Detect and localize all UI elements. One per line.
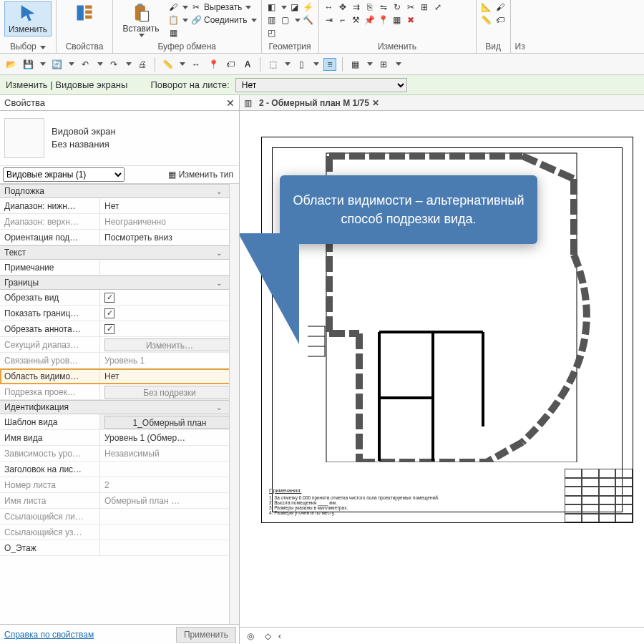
- spot-icon[interactable]: 📍: [207, 58, 220, 71]
- group-underlay[interactable]: Подложка⌄: [0, 184, 239, 198]
- paste-icon: [131, 3, 151, 23]
- prop-cutrange: Секущий диапаз…: [0, 337, 100, 352]
- prop-note: Примечание: [0, 260, 100, 275]
- brush-icon[interactable]: ▦: [167, 27, 179, 39]
- trim-icon[interactable]: ✂: [405, 1, 416, 13]
- chevron-down-icon: [40, 46, 46, 49]
- split-icon[interactable]: ⚡: [303, 1, 314, 13]
- group-label-select: Выбор: [10, 42, 36, 52]
- steering-wheel-icon[interactable]: ◎: [244, 630, 257, 643]
- join-icon[interactable]: 🔗: [190, 14, 202, 26]
- copy-icon[interactable]: 📋: [167, 14, 179, 26]
- mirror-icon[interactable]: ⇋: [378, 1, 389, 13]
- move-icon[interactable]: ✥: [337, 1, 348, 13]
- align-dim-icon[interactable]: ↔: [190, 58, 203, 71]
- text-icon[interactable]: A: [241, 58, 254, 71]
- properties-icon: [74, 3, 94, 23]
- tab-close-icon[interactable]: ✕: [372, 98, 379, 108]
- copy-icon2[interactable]: ⎘: [364, 1, 376, 13]
- view-tabs: ▥ 2 - Обмерный план М 1/75 ✕: [240, 95, 644, 111]
- thin-lines-icon[interactable]: ≡: [323, 58, 336, 71]
- offset-icon[interactable]: ⇉: [351, 1, 362, 13]
- 3d-icon[interactable]: ⬚: [266, 58, 279, 71]
- ribbon-group-geometry: ◧ ◪ ⚡ ▥ ▢ 🔨 ◰ Геометрия: [262, 0, 319, 53]
- pin-icon[interactable]: 📌: [364, 14, 376, 26]
- cut-icon[interactable]: ✂: [190, 1, 202, 13]
- delete-icon[interactable]: ✖: [405, 14, 416, 26]
- split2-icon[interactable]: ⚒: [351, 14, 362, 26]
- corner-icon[interactable]: ⌐: [337, 14, 348, 26]
- ribbon-group-view: 📐 🖌 📏 🏷 Вид: [477, 0, 511, 53]
- sync-icon[interactable]: 🔄: [50, 58, 63, 71]
- filter-select[interactable]: Видовые экраны (1): [3, 167, 125, 182]
- close-hidden-icon[interactable]: ▦: [348, 58, 361, 71]
- type-preview: [4, 118, 44, 158]
- rotate-icon[interactable]: ↻: [391, 1, 403, 13]
- print-icon[interactable]: 🖨: [136, 58, 149, 71]
- crop-checkbox[interactable]: ✓: [104, 293, 114, 303]
- scrollbar[interactable]: [229, 184, 239, 624]
- measure2-icon[interactable]: 📏: [161, 58, 174, 71]
- template-button[interactable]: 1_Обмерный план: [104, 416, 235, 429]
- group-label-modify: Изменить: [323, 40, 472, 53]
- redo-icon[interactable]: ↷: [107, 58, 120, 71]
- paste-button[interactable]: Вставить: [117, 1, 165, 39]
- rotation-label: Поворот на листе:: [150, 79, 229, 90]
- chevron-down-icon: [182, 6, 188, 9]
- switch-windows-icon[interactable]: ⊞: [377, 58, 390, 71]
- svg-rect-5: [137, 4, 142, 7]
- prop-viewname: Имя вида: [0, 430, 100, 445]
- save-icon[interactable]: 💾: [21, 58, 34, 71]
- properties-help-link[interactable]: Справка по свойствам: [4, 630, 94, 640]
- align-icon[interactable]: ↔: [323, 1, 335, 13]
- demolish-icon[interactable]: 🔨: [303, 14, 314, 26]
- drawing-area[interactable]: Примечания: 1. За отметку 0.000 принята …: [240, 111, 644, 627]
- modify-button[interactable]: Изменить: [4, 1, 52, 36]
- group-bounds[interactable]: Границы⌄: [0, 275, 239, 290]
- group-label-view: Вид: [481, 40, 506, 53]
- open-icon[interactable]: 📂: [4, 58, 17, 71]
- match-icon[interactable]: 🖌: [167, 1, 179, 13]
- chevron-left-icon[interactable]: ‹: [278, 631, 281, 641]
- measure-icon[interactable]: 📐: [481, 1, 492, 13]
- paint-icon[interactable]: 🖌: [494, 1, 506, 13]
- svg-rect-6: [140, 11, 149, 21]
- sheet-notes: Примечания: 1. За отметку 0.000 принята …: [269, 487, 498, 515]
- showbound-checkbox[interactable]: ✓: [104, 308, 114, 318]
- properties-title: Свойства: [4, 97, 45, 108]
- group-text[interactable]: Текст⌄: [0, 245, 239, 260]
- scale-icon[interactable]: ⤢: [432, 1, 444, 13]
- wall-icon[interactable]: ▥: [266, 14, 278, 26]
- notch-icon[interactable]: ◪: [289, 1, 301, 13]
- undo-icon[interactable]: ↶: [79, 58, 92, 71]
- edit-type-button[interactable]: ▦ Изменить тип: [125, 170, 236, 180]
- property-list: Подложка⌄ Диапазон: нижн…Нет Диапазон: в…: [0, 183, 239, 624]
- unpin-icon[interactable]: 📍: [378, 14, 389, 26]
- array-icon[interactable]: ⊞: [419, 1, 430, 13]
- group-icon[interactable]: ▦: [391, 14, 403, 26]
- prop-depend: Зависимость уро…: [0, 446, 100, 461]
- tag-icon[interactable]: 🏷: [494, 14, 506, 26]
- section-icon[interactable]: ▯: [295, 58, 308, 71]
- rotation-select[interactable]: Нет: [235, 78, 407, 92]
- dim-icon[interactable]: 📏: [481, 14, 492, 26]
- apply-button[interactable]: Применить: [176, 627, 236, 643]
- properties-button[interactable]: [61, 1, 108, 30]
- tag2-icon[interactable]: 🏷: [224, 58, 237, 71]
- group-ident[interactable]: Идентификация⌄: [0, 400, 239, 414]
- extend-icon[interactable]: ⇥: [323, 14, 335, 26]
- cope-icon[interactable]: ◧: [266, 1, 278, 13]
- type-selector[interactable]: Видовой экран Без названия: [0, 111, 239, 166]
- prop-range-bottom: Диапазон: нижн…: [0, 198, 100, 213]
- cropanno-checkbox[interactable]: ✓: [104, 324, 114, 334]
- prop-showbound: Показать границ…: [0, 306, 100, 321]
- svg-rect-8: [308, 326, 325, 356]
- close-icon[interactable]: ✕: [226, 97, 235, 109]
- group-label-props: Свойства: [61, 40, 108, 53]
- opening-icon[interactable]: ▢: [280, 14, 291, 26]
- prop-range-top: Диапазон: верхн…: [0, 214, 100, 229]
- view-tab[interactable]: 2 - Обмерный план М 1/75 ✕: [256, 98, 382, 108]
- chevron-down-icon: [139, 34, 145, 37]
- profile-icon[interactable]: ◰: [266, 27, 278, 39]
- nav-icon[interactable]: ◇: [261, 630, 274, 643]
